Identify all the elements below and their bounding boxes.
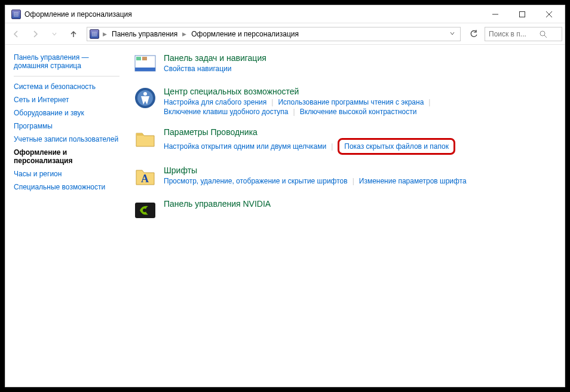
folder-options-icon xyxy=(134,127,157,150)
search-box[interactable] xyxy=(485,27,562,41)
link-click-settings[interactable]: Настройка открытия одним или двумя щелчк… xyxy=(164,142,326,151)
search-icon xyxy=(539,30,547,38)
link-font-settings[interactable]: Изменение параметров шрифта xyxy=(359,176,467,186)
sidebar-item-clock[interactable]: Часы и регион xyxy=(14,167,119,180)
highlighted-link: Показ скрытых файлов и папок xyxy=(338,138,455,155)
svg-text:A: A xyxy=(141,173,149,185)
sidebar: Панель управления — домашняя страница Си… xyxy=(5,45,128,387)
up-button[interactable] xyxy=(65,26,82,42)
sidebar-item-hardware[interactable]: Оборудование и звук xyxy=(14,106,119,120)
ease-icon xyxy=(134,87,157,109)
svg-rect-1 xyxy=(519,11,525,17)
close-button[interactable] xyxy=(535,6,562,23)
svg-point-15 xyxy=(143,209,146,212)
sidebar-item-ease[interactable]: Специальные возможности xyxy=(14,180,119,194)
toolbar: ▶ Панель управления ▶ Оформление и персо… xyxy=(5,23,565,45)
window-title: Оформление и персонализация xyxy=(24,10,482,19)
link-high-contrast[interactable]: Включение высокой контрастности xyxy=(300,107,417,117)
recent-dropdown[interactable] xyxy=(46,26,63,42)
svg-rect-9 xyxy=(142,57,147,60)
address-dropdown[interactable] xyxy=(447,30,458,38)
app-icon xyxy=(11,10,21,19)
link-screen-reader[interactable]: Использование программы чтения с экрана xyxy=(278,97,424,107)
minimize-button[interactable] xyxy=(482,6,508,23)
taskbar-icon xyxy=(134,53,157,76)
chevron-right-icon: ▶ xyxy=(181,31,188,37)
link-low-vision[interactable]: Настройка для слабого зрения xyxy=(164,97,266,107)
svg-rect-7 xyxy=(135,68,155,71)
svg-point-4 xyxy=(540,31,545,36)
link-view-fonts[interactable]: Просмотр, удаление, отображение и скрыти… xyxy=(164,176,348,186)
category-taskbar: Панель задач и навигация Свойства навига… xyxy=(134,50,559,83)
chevron-right-icon: ▶ xyxy=(102,31,108,37)
search-input[interactable] xyxy=(489,30,537,38)
category-title[interactable]: Панель управления NVIDIA xyxy=(164,199,559,209)
category-fonts: A Шрифты Просмотр, удаление, отображение… xyxy=(134,162,559,195)
nvidia-icon xyxy=(134,199,157,222)
sidebar-item-system[interactable]: Система и безопасность xyxy=(14,80,119,93)
category-title[interactable]: Шрифты xyxy=(164,166,559,175)
breadcrumb-current[interactable]: Оформление и персонализация xyxy=(190,30,300,38)
sidebar-item-accounts[interactable]: Учетные записи пользователей xyxy=(14,133,119,146)
category-explorer-options: Параметры Проводника Настройка открытия … xyxy=(134,124,559,162)
svg-line-5 xyxy=(544,35,547,38)
breadcrumb-root[interactable]: Панель управления xyxy=(111,30,179,38)
category-title[interactable]: Центр специальных возможностей xyxy=(164,87,559,96)
address-icon xyxy=(90,29,99,39)
sidebar-item-network[interactable]: Сеть и Интернет xyxy=(14,93,119,106)
link-navigation-properties[interactable]: Свойства навигации xyxy=(164,64,231,74)
link-hidden-files[interactable]: Показ скрытых файлов и папок xyxy=(344,142,449,151)
address-bar[interactable]: ▶ Панель управления ▶ Оформление и персо… xyxy=(87,27,461,41)
category-title[interactable]: Параметры Проводника xyxy=(164,127,559,137)
svg-point-12 xyxy=(143,92,147,96)
category-ease-of-access: Центр специальных возможностей Настройка… xyxy=(134,83,559,124)
link-easy-keys[interactable]: Включение клавиш удобного доступа xyxy=(164,107,289,117)
content: Панель задач и навигация Свойства навига… xyxy=(128,45,565,387)
body: Панель управления — домашняя страница Си… xyxy=(5,45,565,387)
maximize-button[interactable] xyxy=(508,6,535,23)
forward-button[interactable] xyxy=(27,26,44,42)
fonts-icon: A xyxy=(134,166,157,188)
svg-rect-8 xyxy=(136,57,141,60)
category-title[interactable]: Панель задач и навигация xyxy=(164,53,559,63)
refresh-button[interactable] xyxy=(465,27,482,41)
control-panel-window: Оформление и персонализация ▶ Панель упр… xyxy=(5,5,565,387)
sidebar-item-appearance[interactable]: Оформление и персонализация xyxy=(14,146,119,167)
sidebar-separator xyxy=(14,76,119,76)
titlebar: Оформление и персонализация xyxy=(5,5,565,23)
back-button[interactable] xyxy=(8,26,24,42)
sidebar-item-programs[interactable]: Программы xyxy=(14,120,119,133)
sidebar-home[interactable]: Панель управления — домашняя страница xyxy=(14,51,119,72)
category-nvidia: Панель управления NVIDIA xyxy=(134,195,559,229)
